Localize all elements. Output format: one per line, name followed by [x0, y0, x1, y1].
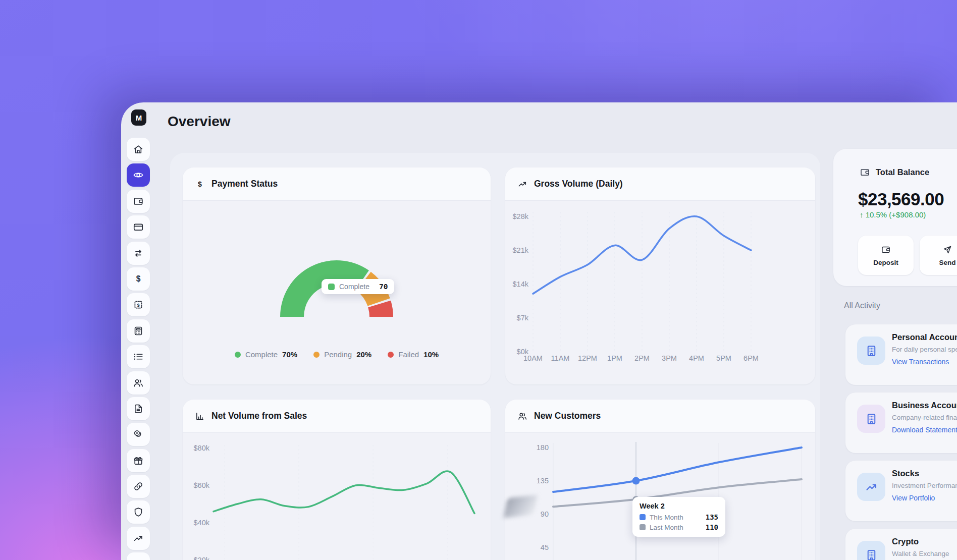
new-customers-card: New Customers 1801359045 Week 2 This Mon… [505, 400, 815, 560]
building-icon [857, 541, 885, 560]
deposit-button[interactable]: Deposit [858, 236, 914, 275]
send-icon [942, 245, 952, 255]
card-body: Complete 70 Complete 70% Pending 20% Fai… [183, 201, 491, 384]
svg-text:4PM: 4PM [689, 354, 704, 362]
sidebar-item-calculator[interactable] [127, 319, 150, 343]
legend-dot [235, 352, 241, 358]
svg-text:11AM: 11AM [551, 354, 570, 362]
send-button[interactable]: Send [920, 236, 957, 275]
total-balance-card: Total Balance $23,569.00 ↑ 10.5% (+$908.… [833, 149, 957, 286]
tooltip-series-value: 110 [706, 523, 718, 531]
content-panel: $ Payment Status Complete 70 Complete 70… [170, 153, 820, 560]
legend-label: Complete [245, 350, 278, 359]
svg-text:10AM: 10AM [523, 354, 543, 362]
svg-text:$21k: $21k [513, 246, 529, 254]
sidebar-item-devices[interactable] [127, 552, 150, 560]
activity-subtitle: For daily personal spending [892, 346, 957, 353]
wallet-icon [860, 167, 870, 178]
activity-link[interactable]: View Portfolio [892, 494, 935, 502]
dashboard-window: M Overview $$ $ Payment Status Complete … [121, 102, 957, 560]
activity-title: Stocks [892, 469, 919, 478]
legend-value: 10% [423, 350, 439, 359]
sidebar-item-payments[interactable]: $ [127, 267, 150, 291]
desktop: { "app": { "logo": "M", "title": "Overvi… [0, 0, 957, 560]
sidebar-item-transfers[interactable] [127, 242, 150, 265]
sidebar-item-list[interactable] [127, 345, 150, 368]
wallet-icon [881, 245, 891, 255]
svg-text:$80k: $80k [194, 444, 210, 452]
card-title: Net Volume from Sales [211, 411, 307, 421]
eye-icon [133, 170, 144, 181]
building-icon [857, 337, 885, 365]
card-body: $28k$21k$14k$7k$0k10AM11AM12PM1PM2PM3PM4… [505, 201, 815, 384]
svg-text:$7k: $7k [517, 314, 529, 322]
activity-link[interactable]: View Transactions [892, 358, 949, 366]
net-volume-line-chart[interactable]: $80k$60k$40k$20k [183, 433, 491, 560]
legend-item: Pending 20% [313, 350, 371, 359]
activity-subtitle: Company-related finances [892, 414, 957, 421]
svg-text:90: 90 [541, 510, 549, 518]
wallet-icon [133, 196, 144, 207]
total-balance-label: Total Balance [876, 167, 929, 177]
trend-icon [857, 473, 885, 501]
activity-card-personal-account[interactable]: Personal Account For daily personal spen… [845, 324, 957, 385]
file-icon [133, 403, 144, 414]
new-customers-line-chart[interactable]: 1801359045 [505, 433, 815, 560]
link-icon [133, 481, 144, 492]
chart-tooltip: Week 2 This Month 135 Last Month 110 [632, 497, 725, 537]
legend-item: Complete 70% [235, 350, 297, 359]
card-header: Net Volume from Sales [183, 400, 491, 433]
svg-text:45: 45 [541, 543, 549, 551]
receipt-icon: $ [133, 299, 144, 310]
tooltip-series-value: 135 [706, 513, 718, 521]
sidebar-item-cards[interactable] [127, 215, 150, 239]
card-title: Payment Status [211, 179, 278, 189]
sidebar-item-invoices[interactable]: $ [127, 293, 150, 316]
card-body: 1801359045 Week 2 This Month 135 Last Mo… [505, 433, 815, 560]
coins-icon [133, 429, 144, 440]
svg-text:5PM: 5PM [716, 354, 731, 362]
activity-card-stocks[interactable]: Stocks Investment PerformanceView Portfo… [845, 461, 957, 521]
balance-actions: Deposit Send [858, 236, 957, 275]
sidebar-item-overview[interactable] [127, 163, 150, 187]
activity-card-crypto[interactable]: Crypto Wallet & Exchange [845, 529, 957, 560]
sidebar-item-analytics[interactable] [127, 527, 150, 550]
card-body: $80k$60k$40k$20k [183, 433, 491, 560]
activity-title: Business Account [892, 401, 957, 410]
svg-text:1PM: 1PM [607, 354, 622, 362]
sidebar-item-customers[interactable] [127, 371, 150, 395]
list-icon [133, 351, 144, 362]
tooltip-row: Last Month 110 [640, 523, 718, 531]
activity-title: Crypto [892, 537, 919, 546]
sidebar-item-wallet[interactable] [127, 190, 150, 213]
gauge-legend: Complete 70% Pending 20% Failed 10% [183, 350, 491, 359]
tooltip-series-label: Last Month [650, 524, 683, 531]
button-label: Send [939, 259, 955, 266]
gross-volume-line-chart[interactable]: $28k$21k$14k$7k$0k10AM11AM12PM1PM2PM3PM4… [505, 201, 815, 384]
activity-title: Personal Account [892, 332, 957, 342]
gauge-tooltip: Complete 70 [322, 279, 394, 294]
users-icon [517, 411, 527, 421]
sidebar-item-links[interactable] [127, 475, 150, 498]
sidebar-item-security[interactable] [127, 500, 150, 524]
sidebar: $$ [127, 138, 150, 560]
payment-status-card: $ Payment Status Complete 70 Complete 70… [183, 167, 491, 384]
activity-subtitle: Wallet & Exchange [892, 550, 949, 557]
trending-up-icon [517, 179, 527, 189]
gift-icon [133, 455, 144, 466]
svg-text:2PM: 2PM [634, 354, 650, 362]
building-icon [857, 405, 885, 433]
activity-card-business-account[interactable]: Business Account Company-related finance… [845, 393, 957, 453]
app-logo: M [131, 109, 146, 126]
activity-link[interactable]: Download Statement [892, 426, 957, 434]
legend-dot [313, 352, 320, 358]
credit-card-icon [133, 221, 144, 233]
legend-value: 70% [282, 350, 297, 359]
sidebar-item-home[interactable] [127, 138, 150, 161]
svg-text:135: 135 [537, 477, 549, 485]
sidebar-item-documents[interactable] [127, 397, 150, 420]
sidebar-item-rewards[interactable] [127, 449, 150, 472]
sidebar-item-coins[interactable] [127, 423, 150, 446]
series-swatch [640, 524, 646, 530]
svg-text:$40k: $40k [194, 519, 210, 527]
